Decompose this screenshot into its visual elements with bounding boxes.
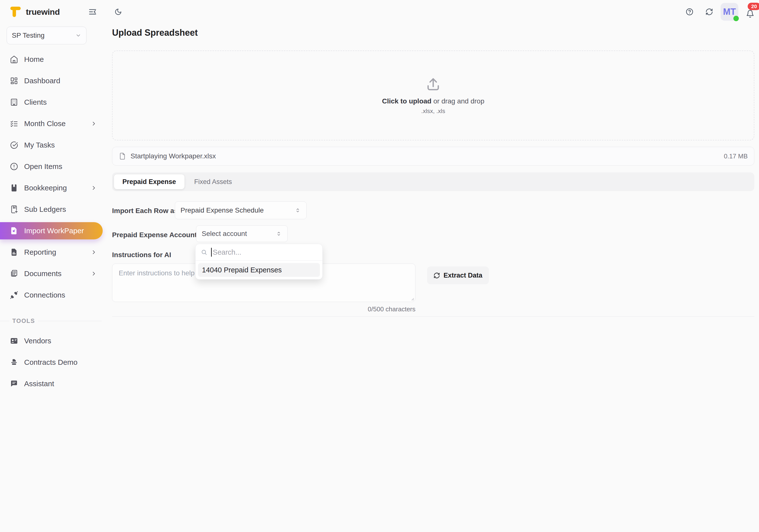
account-dropdown: 14040 Prepaid Expenses — [195, 244, 323, 279]
main-content: Upload Spreadsheet Click to upload or dr… — [112, 0, 754, 532]
sidebar-item-dashboard[interactable]: Dashboard — [0, 77, 104, 85]
sidebar-item-assistant[interactable]: Assistant — [0, 380, 104, 388]
dropdown-search[interactable] — [196, 244, 322, 260]
sidebar-item-home[interactable]: Home — [0, 55, 104, 63]
sidebar-item-documents[interactable]: Documents — [0, 269, 104, 278]
tab-prepaid-expense[interactable]: Prepaid Expense — [114, 174, 184, 189]
file-size: 0.17 MB — [724, 152, 748, 160]
sidebar-item-my-tasks[interactable]: My Tasks — [0, 141, 104, 149]
book-icon — [10, 184, 18, 192]
tab-fixed-assets[interactable]: Fixed Assets — [186, 174, 240, 189]
sidebar-item-contracts-demo[interactable]: Contracts Demo — [0, 358, 104, 366]
chevrons-up-down-icon — [276, 230, 282, 237]
chevron-down-icon — [75, 32, 81, 38]
tools-section-divider: TOOLS — [0, 316, 104, 325]
chevron-right-icon — [91, 185, 97, 191]
sidebar-item-import-workpaper[interactable]: Import WorkPaper — [0, 222, 103, 239]
account-select[interactable]: Select account — [196, 225, 288, 242]
sidebar-item-clients[interactable]: Clients — [0, 98, 104, 106]
sidebar: SP Testing Home Dashboard Clients Month … — [0, 0, 104, 532]
tools-section-label: TOOLS — [12, 317, 35, 324]
section-divider — [112, 316, 754, 316]
page-title: Upload Spreadsheet — [112, 27, 198, 38]
contact-card-icon — [10, 337, 18, 345]
character-counter: 0/500 characters — [112, 306, 416, 313]
import-row-select[interactable]: Prepaid Expense Schedule — [175, 201, 306, 219]
scanner-icon — [10, 358, 18, 366]
report-document-icon — [10, 248, 18, 256]
chat-bubble-icon — [10, 380, 18, 388]
documents-icon — [10, 269, 18, 278]
chevrons-up-down-icon — [295, 207, 301, 214]
sidebar-item-connections[interactable]: Connections — [0, 291, 104, 299]
text-cursor — [211, 248, 212, 257]
uploaded-file-row: Startplaying Workpaper.xlsx 0.17 MB — [112, 147, 754, 166]
sidebar-item-vendors[interactable]: Vendors — [0, 337, 104, 345]
plug-icon — [10, 291, 18, 299]
upload-dropzone[interactable]: Click to upload or drag and drop .xlsx, … — [112, 51, 754, 141]
account-option[interactable]: 14040 Prepaid Expenses — [198, 263, 320, 277]
checklist-icon — [10, 119, 18, 128]
extract-data-button[interactable]: Extract Data — [427, 266, 489, 284]
dropzone-formats: .xlsx, .xls — [421, 108, 445, 114]
dropdown-options: 14040 Prepaid Expenses — [196, 261, 322, 279]
workspace-selector[interactable]: SP Testing — [7, 26, 86, 44]
sidebar-item-bookkeeping[interactable]: Bookkeeping — [0, 184, 104, 192]
import-row-label: Import Each Row as — [112, 207, 178, 215]
upload-icon — [425, 77, 441, 92]
sidebar-item-reporting[interactable]: Reporting — [0, 248, 104, 256]
instructions-label: Instructions for AI — [112, 251, 171, 259]
chevron-right-icon — [91, 249, 97, 255]
book-plus-icon — [10, 205, 18, 214]
chevron-right-icon — [91, 270, 97, 277]
sidebar-item-month-close[interactable]: Month Close — [0, 119, 104, 128]
tab-strip: Prepaid Expense Fixed Assets — [112, 172, 754, 191]
chevron-right-icon — [91, 120, 97, 127]
circle-check-icon — [10, 141, 18, 149]
resize-handle[interactable] — [410, 297, 414, 301]
file-name: Startplaying Workpaper.xlsx — [131, 152, 216, 160]
sidebar-tools: Vendors Contracts Demo Assistant — [0, 330, 104, 394]
alert-circle-icon — [10, 162, 18, 171]
dropzone-cta: Click to upload or drag and drop — [382, 97, 484, 105]
search-icon — [201, 249, 207, 256]
sidebar-nav: Home Dashboard Clients Month Close My Ta… — [0, 49, 104, 306]
account-search-input[interactable] — [213, 248, 317, 256]
building-icon — [10, 98, 18, 106]
refresh-icon — [433, 272, 440, 279]
dashboard-icon — [10, 77, 18, 85]
account-row-label: Prepaid Expense Account — [112, 231, 197, 239]
file-icon — [119, 152, 126, 160]
workspace-name: SP Testing — [12, 31, 45, 39]
sidebar-item-sub-ledgers[interactable]: Sub Ledgers — [0, 205, 104, 214]
home-icon — [10, 55, 18, 63]
sidebar-item-open-items[interactable]: Open Items — [0, 162, 104, 171]
import-document-icon — [10, 226, 18, 235]
